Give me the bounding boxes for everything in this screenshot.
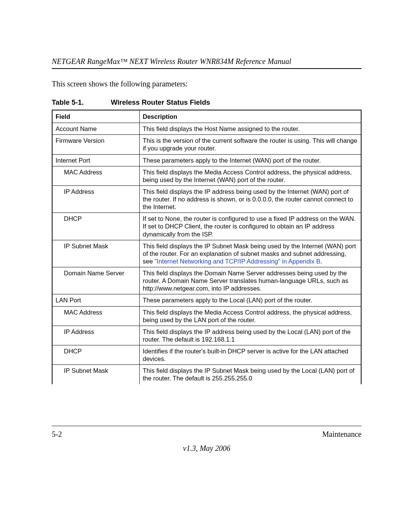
- field-cell: IP Subnet Mask: [52, 240, 140, 267]
- intro-text: This screen shows the following paramete…: [52, 80, 362, 88]
- page-number: 5-2: [52, 430, 62, 439]
- col-header-desc: Description: [140, 110, 362, 123]
- field-cell: Domain Name Server: [52, 267, 140, 294]
- table-row: Firmware VersionThis is the version of t…: [52, 135, 361, 154]
- table-caption: Table 5-1. Wireless Router Status Fields: [52, 98, 362, 107]
- table-row: Account NameThis field displays the Host…: [52, 123, 361, 135]
- doc-version: v1.3, May 2006: [52, 444, 362, 453]
- col-header-field: Field: [52, 110, 140, 123]
- footer-rule: [52, 426, 362, 426]
- desc-cell: Identifies if the router's built-in DHCP…: [140, 345, 362, 365]
- desc-cell: This is the version of the current softw…: [140, 135, 362, 154]
- desc-cell: This field displays the IP Subnet Mask b…: [140, 240, 362, 267]
- field-cell: DHCP: [52, 345, 140, 365]
- table-row: Domain Name ServerThis field displays th…: [52, 267, 361, 294]
- header-rule: [52, 68, 362, 69]
- table-row: MAC AddressThis field displays the Media…: [52, 166, 361, 185]
- desc-cell: This field displays the Host Name assign…: [140, 123, 362, 135]
- desc-cell: This field displays the IP address being…: [140, 185, 362, 212]
- table-label: Table 5-1.: [52, 98, 109, 107]
- desc-cell: These parameters apply to the Local (LAN…: [140, 294, 362, 306]
- field-cell: Internet Port: [52, 154, 140, 166]
- desc-cell: This field displays the Media Access Con…: [140, 306, 362, 326]
- table-title: Wireless Router Status Fields: [111, 98, 210, 106]
- table-row: DHCPIf set to None, the router is config…: [52, 213, 361, 240]
- desc-cell: This field displays the IP address being…: [140, 326, 362, 345]
- desc-cell: If set to None, the router is configured…: [140, 213, 362, 240]
- section-name: Maintenance: [322, 430, 362, 439]
- table-row: LAN PortThese parameters apply to the Lo…: [52, 294, 361, 306]
- page: NETGEAR RangeMax™ NEXT Wireless Router W…: [0, 0, 411, 532]
- table-row: IP AddressThis field displays the IP add…: [52, 326, 361, 345]
- field-cell: Account Name: [52, 123, 140, 135]
- table-row: IP Subnet MaskThis field displays the IP…: [52, 240, 361, 267]
- running-header: NETGEAR RangeMax™ NEXT Wireless Router W…: [52, 57, 362, 66]
- table-row: IP AddressThis field displays the IP add…: [52, 185, 361, 212]
- table-row: IP Subnet MaskThis field displays the IP…: [52, 365, 361, 384]
- cross-ref-link[interactable]: "Internet Networking and TCP/IP Addressi…: [155, 258, 320, 265]
- desc-cell: This field displays the Media Access Con…: [140, 166, 362, 185]
- field-cell: LAN Port: [52, 294, 140, 306]
- table-row: Internet PortThese parameters apply to t…: [52, 154, 361, 166]
- field-cell: Firmware Version: [52, 135, 140, 154]
- desc-cell: These parameters apply to the Internet (…: [140, 154, 362, 166]
- field-cell: DHCP: [52, 213, 140, 240]
- field-cell: IP Address: [52, 185, 140, 212]
- desc-cell: This field displays the IP Subnet Mask b…: [140, 365, 362, 384]
- field-cell: IP Address: [52, 326, 140, 345]
- desc-cell: This field displays the Domain Name Serv…: [140, 267, 362, 294]
- field-cell: MAC Address: [52, 166, 140, 185]
- page-footer: 5-2 Maintenance v1.3, May 2006: [52, 426, 362, 453]
- table-row: DHCPIdentifies if the router's built-in …: [52, 345, 361, 365]
- table-row: MAC AddressThis field displays the Media…: [52, 306, 361, 326]
- field-cell: MAC Address: [52, 306, 140, 326]
- field-cell: IP Subnet Mask: [52, 365, 140, 384]
- status-table: Field Description Account NameThis field…: [52, 110, 362, 384]
- table-header-row: Field Description: [52, 110, 361, 123]
